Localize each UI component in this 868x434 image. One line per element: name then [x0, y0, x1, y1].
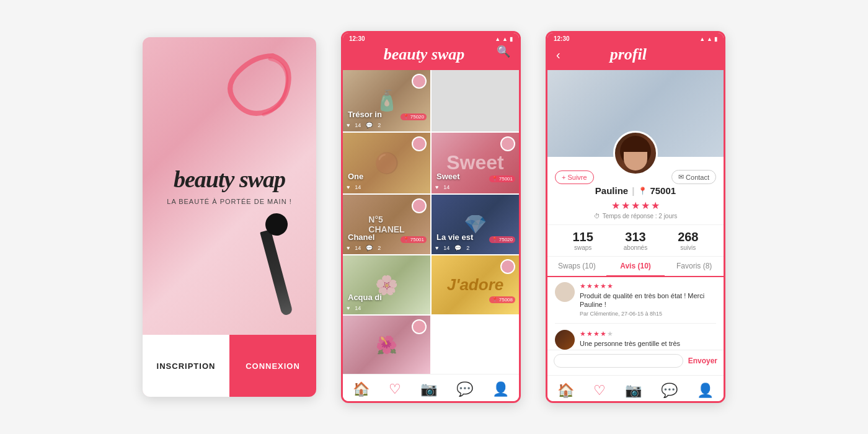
contact-button[interactable]: ✉ Contact — [671, 170, 716, 184]
grid-item-chanel[interactable]: N°5CHANEL Chanel 📍 75001 ♥ 14 💬 2 — [343, 195, 430, 254]
clock-icon: ⏱ — [594, 213, 600, 219]
message-input[interactable] — [554, 354, 683, 368]
item-avatar-one — [412, 136, 427, 151]
nav-home-icon[interactable]: 🏠 — [353, 381, 370, 397]
nav-camera-icon[interactable]: 📷 — [420, 381, 437, 397]
connexion-button[interactable]: CONNEXION — [229, 335, 316, 397]
item-location-chanel: 📍 75001 — [401, 236, 427, 243]
tab-swaps[interactable]: Swaps (10) — [547, 257, 606, 277]
star-5: ★ — [651, 200, 660, 211]
item-avatar-jadore — [500, 259, 515, 274]
message-input-bar: Envoyer — [547, 350, 724, 371]
item-location-jadore: 📍 75008 — [489, 296, 515, 303]
pin-icon-jadore: 📍 — [492, 297, 498, 303]
inscription-button[interactable]: INSCRIPTION — [143, 335, 229, 397]
stat-suivis-number: 268 — [678, 230, 698, 244]
send-button[interactable]: Envoyer — [688, 354, 717, 368]
review-star-1-2: ★ — [587, 282, 593, 290]
profile-tabs: Swaps (10) Avis (10) Favoris (8) — [547, 257, 724, 277]
comment-icon: 💬 — [366, 122, 373, 128]
grid-item-acquadi[interactable]: 💎 La vie est 📍 75020 ♥ 14 💬 2 — [432, 195, 519, 254]
profile-name: Pauline | 📍 75001 — [547, 185, 724, 196]
profile-nav-heart-icon[interactable]: ♡ — [593, 383, 606, 399]
listing-header: 12:30 ▲ ▲ ▮ beauty swap 🔍 — [343, 33, 519, 70]
like-icon-acquadi: ♥ — [347, 305, 350, 311]
item-avatar-chanel — [412, 198, 427, 213]
comment-icon-lavie: 💬 — [454, 245, 461, 251]
splash-image: beauty swap LA BEAUTÉ À PORTÉE DE MAIN ! — [143, 37, 316, 335]
follow-button[interactable]: + Suivre — [555, 170, 594, 184]
review-item-1: ★ ★ ★ ★ ★ Produit de qualité en très bon… — [555, 282, 716, 324]
review-star-2-3: ★ — [593, 330, 600, 338]
review-star-2-1: ★ — [580, 330, 586, 338]
profile-nav-camera-icon[interactable]: 📷 — [625, 383, 642, 399]
profile-nav-profile-icon[interactable]: 👤 — [697, 383, 714, 399]
star-1: ★ — [611, 200, 620, 211]
review-stars-1: ★ ★ ★ ★ ★ — [580, 282, 716, 290]
tab-avis[interactable]: Avis (10) — [606, 257, 665, 277]
screens-container: beauty swap LA BEAUTÉ À PORTÉE DE MAIN !… — [0, 19, 868, 415]
plus-icon: + — [562, 174, 565, 181]
nav-profile-icon[interactable]: 👤 — [492, 381, 509, 397]
reviewer-avatar-2 — [555, 330, 575, 350]
item-label-lavie: La vie est — [436, 232, 473, 242]
review-content-1: ★ ★ ★ ★ ★ Produit de qualité en très bon… — [580, 282, 716, 317]
review-star-2-4: ★ — [600, 330, 606, 338]
like-icon-lavie: ♥ — [435, 245, 438, 251]
profile-stats: 115 swaps 313 abonnés 268 suivis — [547, 224, 724, 257]
grid-item-one[interactable]: 🟤 One ♥ 14 — [343, 133, 430, 194]
review-star-1-3: ★ — [593, 282, 600, 290]
grid-item-sweet[interactable] — [432, 70, 519, 131]
bottom-nav: 🏠 ♡ 📷 💬 👤 — [343, 374, 519, 403]
status-bar: 12:30 ▲ ▲ ▮ — [343, 35, 519, 42]
stat-abonnes: 313 abonnés — [624, 230, 647, 251]
stat-swaps-label: swaps — [572, 244, 593, 251]
item-label-acquadi: Acqua di — [348, 293, 382, 302]
grid-item-last[interactable]: 🌺 — [343, 316, 430, 374]
products-grid: 🧴 Trésor in 📍 75020 ♥ 14 💬 2 🟤 — [343, 70, 519, 374]
grid-item-lavieest[interactable]: 🌸 Acqua di ♥ 14 — [343, 255, 430, 315]
stat-abonnes-label: abonnés — [624, 244, 647, 251]
tab-favoris[interactable]: Favoris (8) — [665, 257, 724, 277]
review-author-1: Par Clémentine, 27-06-15 à 8h15 — [580, 311, 716, 317]
splash-tagline: LA BEAUTÉ À PORTÉE DE MAIN ! — [167, 198, 291, 205]
reviewer-avatar-1 — [555, 282, 575, 302]
like-icon-sweet: ♥ — [435, 184, 438, 190]
item-stats-acquadi: ♥ 14 — [347, 305, 361, 311]
profile-signal-icon: ▲ — [707, 36, 712, 42]
review-star-2-2: ★ — [587, 330, 593, 338]
item-location-tresor: 📍 75020 — [401, 113, 427, 120]
grid-item-sweet2[interactable]: Sweet Sweet 📍 75001 ♥ 14 — [432, 133, 519, 194]
profile-nav-chat-icon[interactable]: 💬 — [661, 383, 678, 399]
item-label-chanel: Chanel — [348, 232, 374, 242]
review-star-1-1: ★ — [580, 282, 586, 290]
signal-icon: ▲ — [502, 36, 508, 42]
profile-nav-home-icon[interactable]: 🏠 — [557, 383, 574, 399]
grid-item-tresor[interactable]: 🧴 Trésor in 📍 75020 ♥ 14 💬 2 — [343, 70, 430, 131]
search-icon[interactable]: 🔍 — [497, 45, 510, 58]
item-location-sweet: 📍 75001 — [489, 175, 515, 182]
profile-bottom-nav: 🏠 ♡ 📷 💬 👤 — [547, 375, 724, 403]
stat-suivis-label: suivis — [678, 244, 698, 251]
pin-icon-chanel: 📍 — [403, 237, 409, 242]
back-button[interactable]: ‹ — [556, 42, 560, 62]
review-star-1-5: ★ — [607, 282, 613, 290]
star-2: ★ — [621, 200, 630, 211]
listing-screen: 12:30 ▲ ▲ ▮ beauty swap 🔍 🧴 Trésor in 📍 — [341, 31, 521, 403]
profile-status-bar: 12:30 ▲ ▲ ▮ — [547, 35, 724, 42]
pin-icon-lavie: 📍 — [492, 237, 498, 242]
profile-wifi-icon: ▲ — [699, 36, 705, 42]
status-time: 12:30 — [349, 35, 365, 42]
profile-avatar — [613, 131, 658, 175]
grid-item-jadore[interactable]: J'adore 📍 75008 — [432, 255, 519, 315]
item-stats-sweet: ♥ 14 — [435, 184, 450, 190]
profile-hero-image: + Suivre ✉ Contact — [547, 70, 724, 157]
profile-battery-icon: ▮ — [714, 36, 717, 42]
item-stats-one: ♥ 14 — [347, 184, 361, 190]
nav-heart-icon[interactable]: ♡ — [389, 381, 401, 397]
nav-chat-icon[interactable]: 💬 — [456, 381, 473, 397]
item-stats-lavie: ♥ 14 💬 2 — [435, 245, 469, 251]
location-pin-icon: 📍 — [638, 187, 647, 195]
item-location-lavie: 📍 75020 — [489, 236, 515, 243]
stat-swaps: 115 swaps — [572, 230, 593, 251]
